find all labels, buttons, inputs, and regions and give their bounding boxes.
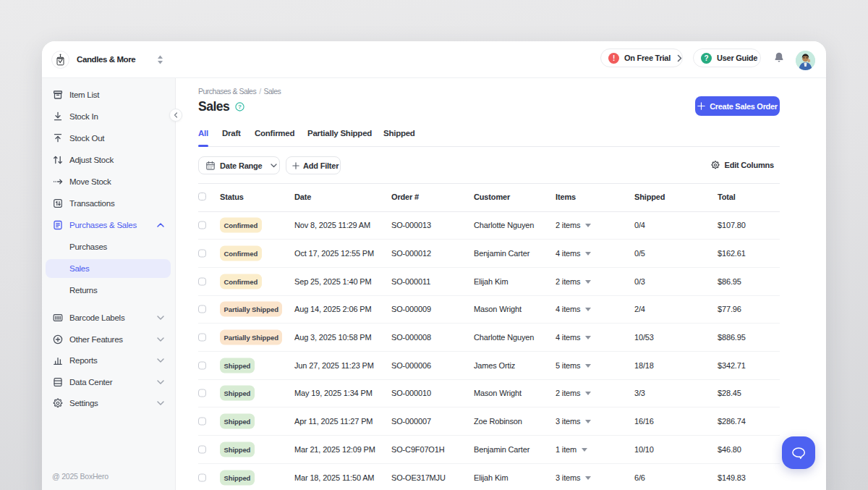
svg-text:?: ? [238, 104, 242, 110]
